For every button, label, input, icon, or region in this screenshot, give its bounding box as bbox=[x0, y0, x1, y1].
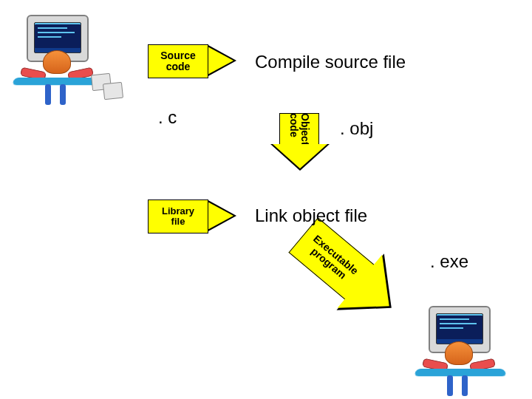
object-code-label: Object code bbox=[288, 113, 310, 146]
library-file-label: Library file bbox=[162, 206, 194, 228]
user-at-computer-icon bbox=[4, 10, 115, 106]
ext-c-label: . c bbox=[158, 107, 177, 128]
compile-step-label: Compile source file bbox=[255, 52, 406, 72]
source-code-box: Source code bbox=[148, 44, 208, 78]
object-code-box: Object code bbox=[279, 113, 319, 145]
executable-label: Executable program bbox=[304, 233, 360, 285]
link-step-label: Link object file bbox=[255, 205, 367, 226]
user-at-computer-icon bbox=[406, 301, 517, 398]
ext-exe-label: . exe bbox=[430, 251, 468, 272]
ext-obj-label: . obj bbox=[340, 118, 373, 139]
source-code-label: Source code bbox=[160, 50, 195, 73]
library-file-box: Library file bbox=[148, 200, 208, 233]
compilation-flow-diagram: Source code Compile source file . c Obje… bbox=[0, 0, 532, 399]
